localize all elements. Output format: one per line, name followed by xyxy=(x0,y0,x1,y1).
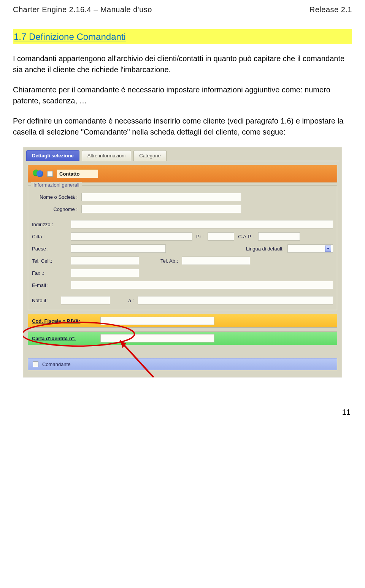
client-detail-panel: Dettagli selezione Altre informazioni Ca… xyxy=(23,147,342,377)
citta-field[interactable] xyxy=(71,232,192,241)
email-field[interactable] xyxy=(71,281,333,289)
svg-marker-0 xyxy=(327,248,329,249)
people-icon xyxy=(33,170,43,178)
carta-identita-row: Carta d'identità n°: xyxy=(28,331,337,345)
group-title: Informazioni generali xyxy=(31,182,82,188)
label-indirizzo: Indirizzo : xyxy=(32,222,68,227)
cell-field[interactable] xyxy=(71,257,139,265)
label-cell: Tel. Cell.: xyxy=(32,258,68,264)
nato-field[interactable] xyxy=(61,296,110,304)
cap-field[interactable] xyxy=(258,232,300,241)
nome-field[interactable] xyxy=(81,193,241,201)
comandante-checkbox[interactable] xyxy=(33,361,38,367)
label-nato: Nato il : xyxy=(32,298,59,303)
label-paese: Paese : xyxy=(32,246,68,252)
doc-release: Release 2.1 xyxy=(309,5,352,14)
paragraph-1: I comandanti appartengono all'archivio d… xyxy=(13,53,352,75)
pr-field[interactable] xyxy=(208,232,234,241)
label-cognome: Cognome : xyxy=(32,206,79,212)
contatto-checkbox[interactable] xyxy=(47,171,53,177)
cod-fiscale-field[interactable] xyxy=(100,317,214,325)
indirizzo-field[interactable] xyxy=(71,220,333,228)
label-carta-identita: Carta d'identità n°: xyxy=(32,336,97,341)
comandante-label: Comandante xyxy=(42,361,70,367)
cod-fiscale-row: Cod. Fiscale o P.IVA: xyxy=(28,314,337,328)
tab-altre-informazioni[interactable]: Altre informazioni xyxy=(82,150,131,161)
contatto-header: Contatto xyxy=(28,165,337,182)
label-a: a : xyxy=(113,298,135,303)
label-fax: Fax .: xyxy=(32,270,68,276)
label-pr: Pr : xyxy=(195,234,205,239)
section-heading: 1.7 Definizione Comandanti xyxy=(13,29,352,44)
label-lingua: Lingua di default: xyxy=(244,246,285,252)
tab-categorie[interactable]: Categorie xyxy=(133,150,166,161)
label-cod-fiscale: Cod. Fiscale o P.IVA: xyxy=(32,318,97,324)
fax-field[interactable] xyxy=(71,269,139,277)
informazioni-generali-group: Informazioni generali Nome o Società : C… xyxy=(28,185,337,310)
paragraph-2: Chiaramente per il comandante è necessar… xyxy=(13,84,352,106)
chevron-down-icon xyxy=(325,246,331,252)
paese-field[interactable] xyxy=(71,244,166,253)
cognome-field[interactable] xyxy=(81,205,241,213)
comandante-row: Comandante xyxy=(28,358,337,370)
doc-title: Charter Engine 2.16.4 – Manuale d'uso xyxy=(13,5,152,14)
label-nome: Nome o Società : xyxy=(32,194,79,200)
tab-dettagli-selezione[interactable]: Dettagli selezione xyxy=(26,150,79,161)
label-cap: C.A.P. : xyxy=(236,234,256,239)
label-citta: Città : xyxy=(32,234,68,239)
telab-field[interactable] xyxy=(182,257,250,265)
lingua-select[interactable] xyxy=(287,244,333,253)
paragraph-3: Per definire un comandante è necessario … xyxy=(13,116,352,138)
label-telab: Tel. Ab.: xyxy=(159,258,179,264)
carta-identita-field[interactable] xyxy=(100,334,214,342)
nato-a-field[interactable] xyxy=(138,296,333,304)
contatto-label: Contatto xyxy=(57,170,98,178)
label-email: E-mail : xyxy=(32,282,68,288)
page-number: 11 xyxy=(0,377,365,426)
